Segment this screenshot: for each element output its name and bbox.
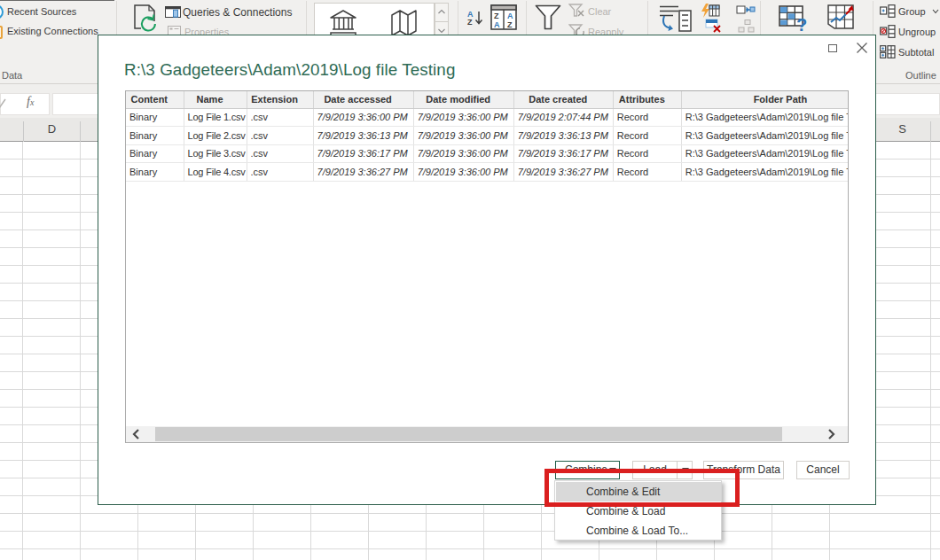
svg-text:Z: Z: [494, 12, 499, 20]
svg-text:Z: Z: [467, 18, 473, 27]
svg-text:A: A: [507, 12, 513, 20]
svg-text:A: A: [494, 20, 500, 29]
svg-text:?: ?: [796, 15, 807, 31]
svg-text:Z: Z: [507, 20, 513, 29]
